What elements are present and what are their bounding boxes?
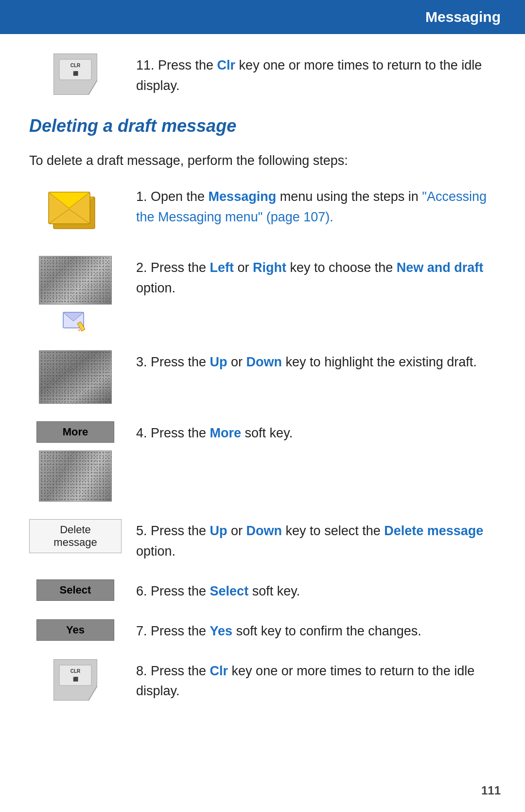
- step-7-text: 7. Press the Yes soft key to confirm the…: [136, 619, 496, 642]
- step-4-row: More 4. Press the More soft key.: [29, 421, 496, 502]
- section-title: Deleting a draft message: [29, 116, 496, 136]
- left-key: Left: [210, 260, 234, 275]
- step-11-image: CLR ⬛: [29, 54, 122, 95]
- step-6-image: Select: [29, 579, 122, 601]
- screen-image-2: [39, 350, 112, 404]
- step-7-row: Yes 7. Press the Yes soft key to confirm…: [29, 619, 496, 642]
- svg-text:CLR: CLR: [70, 668, 81, 674]
- svg-text:CLR: CLR: [70, 63, 81, 68]
- step-8-text: 8. Press the Clr key one or more times t…: [136, 659, 496, 702]
- step-11-text: 11. Press the Clr key one or more times …: [136, 54, 496, 96]
- envelopes-icon: [44, 185, 107, 238]
- messaging-link: Messaging: [209, 189, 277, 204]
- step-6-row: Select 6. Press the Select soft key.: [29, 579, 496, 602]
- step-7-image: Yes: [29, 619, 122, 641]
- down-key-1: Down: [246, 355, 282, 369]
- step-2-row: 2. Press the Left or Right key to choose…: [29, 256, 496, 333]
- clr-key-icon-2: CLR ⬛: [53, 659, 97, 701]
- page-content: CLR ⬛ 11. Press the Clr key one or more …: [0, 34, 525, 758]
- up-key-1: Up: [210, 355, 228, 369]
- down-key-2: Down: [246, 523, 282, 538]
- clr-key-2: Clr: [210, 664, 228, 678]
- delete-message-option: Delete message: [384, 523, 483, 538]
- clr-key-icon: CLR ⬛: [53, 54, 97, 95]
- svg-text:⬛: ⬛: [73, 71, 79, 76]
- step-8-row: CLR ⬛ 8. Press the Clr key one or more t…: [29, 659, 496, 702]
- svg-text:⬛: ⬛: [73, 676, 79, 682]
- step-1-image: [29, 185, 122, 238]
- header-title: Messaging: [425, 9, 501, 25]
- header-bar: Messaging: [0, 0, 525, 34]
- screen-image-1: [39, 256, 112, 305]
- page-ref-link: "Accessing the Messaging menu" (page 107…: [136, 189, 487, 224]
- section-intro: To delete a draft message, perform the f…: [29, 151, 496, 171]
- step-3-text: 3. Press the Up or Down key to highlight…: [136, 350, 496, 373]
- step-4-image: More: [29, 421, 122, 502]
- right-key: Right: [253, 260, 286, 275]
- step-5-text: 5. Press the Up or Down key to select th…: [136, 519, 496, 562]
- yes-key: Yes: [210, 624, 233, 638]
- step-3-row: 3. Press the Up or Down key to highlight…: [29, 350, 496, 404]
- step-1-text: 1. Open the Messaging menu using the ste…: [136, 185, 496, 228]
- page-number: 111: [481, 784, 501, 797]
- yes-softkey-image: Yes: [36, 619, 114, 641]
- step-4-text: 4. Press the More soft key.: [136, 421, 496, 444]
- more-key: More: [210, 426, 242, 440]
- select-softkey-image: Select: [36, 579, 114, 601]
- step-11-row: CLR ⬛ 11. Press the Clr key one or more …: [29, 54, 496, 96]
- step-2-image: [29, 256, 122, 333]
- more-softkey-image: More: [36, 421, 114, 443]
- delete-softkey-image: Delete message: [29, 519, 122, 553]
- select-key: Select: [210, 584, 249, 598]
- screen-image-3: [39, 451, 112, 502]
- step-8-image: CLR ⬛: [29, 659, 122, 701]
- up-key-2: Up: [210, 523, 228, 538]
- clr-key-label: Clr: [217, 58, 236, 72]
- step-2-text: 2. Press the Left or Right key to choose…: [136, 256, 496, 299]
- draft-envelope-icon: [62, 308, 89, 333]
- step-5-row: Delete message 5. Press the Up or Down k…: [29, 519, 496, 562]
- step-1-row: 1. Open the Messaging menu using the ste…: [29, 185, 496, 238]
- new-and-draft: New and draft: [397, 260, 484, 275]
- step-3-image: [29, 350, 122, 404]
- step-5-image: Delete message: [29, 519, 122, 553]
- step-6-text: 6. Press the Select soft key.: [136, 579, 496, 602]
